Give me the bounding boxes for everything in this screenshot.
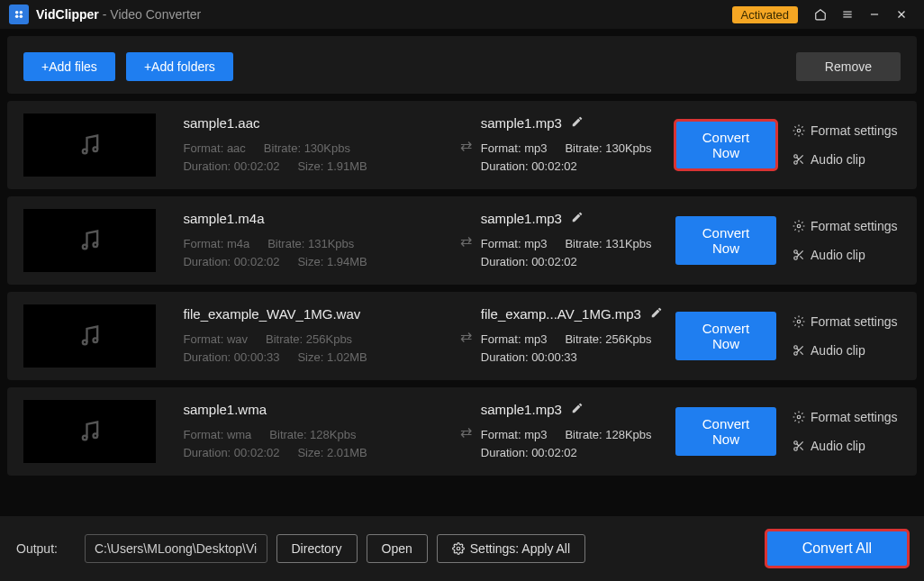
- gear-icon: [452, 542, 465, 555]
- source-filename: sample1.m4a: [183, 211, 448, 226]
- source-bitrate: Bitrate: 128Kpbs: [269, 426, 356, 444]
- app-subtitle: - Video Converter: [103, 7, 201, 22]
- source-filename: file_example_WAV_1MG.wav: [183, 306, 448, 322]
- edit-icon[interactable]: [571, 211, 584, 223]
- open-button[interactable]: Open: [367, 534, 428, 563]
- svg-point-34: [83, 436, 87, 440]
- svg-point-29: [794, 346, 798, 350]
- app-logo: [9, 5, 29, 24]
- list-item[interactable]: sample1.aacFormat: aacBitrate: 130KpbsDu…: [7, 101, 917, 189]
- music-note-icon: [77, 228, 103, 253]
- destination-format: Format: mp3: [481, 235, 548, 253]
- convert-now-button[interactable]: Convert Now: [675, 312, 776, 360]
- edit-icon[interactable]: [650, 306, 663, 319]
- svg-point-21: [794, 250, 798, 254]
- source-format: Format: wma: [183, 426, 251, 444]
- list-item[interactable]: file_example_WAV_1MG.wavFormat: wavBitra…: [7, 292, 917, 380]
- svg-point-27: [93, 338, 97, 342]
- item-actions: Format settingsConvert NowAudio clip: [675, 216, 901, 265]
- thumbnail: [23, 400, 156, 463]
- source-bitrate: Bitrate: 131Kpbs: [267, 235, 354, 253]
- convert-now-button[interactable]: Convert Now: [675, 216, 776, 265]
- source-format: Format: m4a: [183, 235, 249, 253]
- destination-bitrate: Bitrate: 256Kpbs: [565, 331, 651, 349]
- source-size: Size: 1.02MB: [297, 349, 367, 367]
- edit-name-button[interactable]: [571, 115, 584, 131]
- svg-point-35: [93, 433, 97, 438]
- add-files-button[interactable]: +Add files: [23, 52, 115, 81]
- svg-point-10: [83, 150, 87, 154]
- home-icon[interactable]: [810, 4, 831, 25]
- audio-clip-link[interactable]: Audio clip: [793, 439, 901, 453]
- source-duration: Duration: 00:00:33: [183, 349, 279, 367]
- destination-bitrate: Bitrate: 130Kpbs: [565, 140, 651, 158]
- format-settings-link[interactable]: Format settings: [793, 123, 901, 138]
- svg-point-3: [20, 15, 23, 18]
- destination-duration: Duration: 00:02:02: [481, 253, 577, 271]
- source-format: Format: aac: [183, 140, 245, 158]
- settings-label: Settings: Apply All: [470, 541, 570, 556]
- format-settings-link[interactable]: Format settings: [793, 219, 901, 233]
- svg-line-41: [797, 444, 799, 446]
- scissors-icon: [793, 153, 805, 166]
- source-size: Size: 1.91MB: [297, 158, 367, 176]
- minimize-icon[interactable]: [864, 4, 885, 25]
- convert-arrow-icon: ⇄: [448, 423, 480, 440]
- destination-duration: Duration: 00:00:33: [481, 349, 577, 367]
- audio-clip-link[interactable]: Audio clip: [793, 248, 901, 262]
- convert-all-button[interactable]: Convert All: [766, 531, 908, 567]
- convert-now-button[interactable]: Convert Now: [675, 407, 776, 456]
- source-bitrate: Bitrate: 130Kpbs: [264, 140, 350, 158]
- destination-duration: Duration: 00:02:02: [481, 444, 577, 462]
- destination-format: Format: mp3: [481, 331, 548, 349]
- destination-filename: sample1.mp3: [481, 211, 562, 226]
- scissors-icon: [793, 344, 805, 357]
- source-info: file_example_WAV_1MG.wavFormat: wavBitra…: [183, 306, 448, 367]
- svg-point-12: [797, 129, 801, 132]
- audio-clip-link[interactable]: Audio clip: [793, 152, 901, 167]
- source-bitrate: Bitrate: 256Kpbs: [266, 331, 352, 349]
- list-item[interactable]: sample1.m4aFormat: m4aBitrate: 131KpbsDu…: [7, 196, 917, 285]
- thumbnail: [23, 113, 156, 177]
- activated-badge: Activated: [732, 6, 798, 23]
- source-info: sample1.wmaFormat: wmaBitrate: 128KpbsDu…: [183, 402, 448, 462]
- format-settings-link[interactable]: Format settings: [793, 410, 901, 424]
- output-path-input[interactable]: [85, 534, 267, 563]
- list-item[interactable]: sample1.wmaFormat: wmaBitrate: 128KpbsDu…: [7, 387, 917, 476]
- edit-icon[interactable]: [571, 402, 584, 414]
- titlebar: VidClipper - Video Converter Activated: [0, 0, 924, 29]
- menu-icon[interactable]: [837, 4, 858, 25]
- svg-point-26: [83, 340, 87, 345]
- gear-icon: [793, 220, 805, 232]
- item-actions: Format settingsConvert NowAudio clip: [675, 312, 901, 360]
- svg-line-40: [800, 447, 802, 449]
- destination-filename: sample1.mp3: [481, 115, 562, 131]
- destination-info: file_examp...AV_1MG.mp3Format: mp3Bitrat…: [481, 306, 675, 367]
- svg-line-33: [797, 349, 799, 350]
- destination-info: sample1.mp3Format: mp3Bitrate: 130KpbsDu…: [481, 115, 675, 176]
- remove-button[interactable]: Remove: [796, 52, 901, 81]
- output-label: Output:: [16, 541, 58, 556]
- edit-name-button[interactable]: [571, 211, 584, 226]
- convert-arrow-icon: ⇄: [448, 232, 480, 250]
- app-name: VidClipper: [36, 7, 99, 22]
- audio-clip-link[interactable]: Audio clip: [793, 343, 901, 358]
- convert-now-button[interactable]: Convert Now: [675, 121, 776, 169]
- source-info: sample1.m4aFormat: m4aBitrate: 131KpbsDu…: [183, 211, 448, 271]
- close-icon[interactable]: [891, 4, 912, 25]
- format-settings-link[interactable]: Format settings: [793, 314, 901, 329]
- edit-name-button[interactable]: [571, 402, 584, 417]
- settings-apply-all-button[interactable]: Settings: Apply All: [437, 534, 585, 563]
- destination-format: Format: mp3: [481, 140, 548, 158]
- edit-icon[interactable]: [571, 115, 584, 128]
- add-folders-button[interactable]: +Add folders: [126, 52, 233, 81]
- edit-name-button[interactable]: [650, 306, 663, 322]
- directory-button[interactable]: Directory: [276, 534, 358, 563]
- scissors-icon: [793, 249, 805, 261]
- destination-format: Format: mp3: [481, 426, 548, 444]
- svg-point-0: [15, 11, 19, 14]
- music-note-icon: [77, 323, 103, 349]
- destination-bitrate: Bitrate: 131Kpbs: [565, 235, 651, 253]
- svg-point-38: [794, 448, 798, 451]
- file-list: sample1.aacFormat: aacBitrate: 130KpbsDu…: [0, 101, 924, 476]
